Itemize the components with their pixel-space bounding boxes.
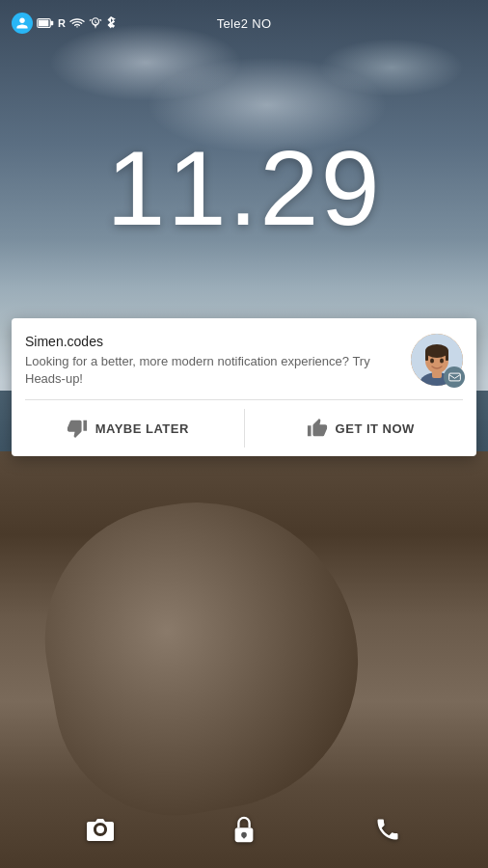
maybe-later-button[interactable]: MAYBE LATER xyxy=(12,404,244,452)
svg-point-11 xyxy=(440,359,444,364)
lock-icon xyxy=(231,815,257,844)
status-bar: R Tele2 NO xyxy=(0,0,488,46)
notification-text: Simen.codes Looking for a better, more m… xyxy=(25,334,399,388)
notification-actions: MAYBE LATER GET IT NOW xyxy=(12,400,476,456)
notification-card: Simen.codes Looking for a better, more m… xyxy=(12,318,476,456)
svg-rect-1 xyxy=(39,20,49,27)
svg-rect-9 xyxy=(446,351,448,361)
thumbs-down-icon xyxy=(67,418,88,439)
get-it-now-button[interactable]: GET IT NOW xyxy=(245,404,477,452)
bluetooth-icon xyxy=(106,16,116,30)
notification-avatar-container xyxy=(411,334,463,386)
camera-icon xyxy=(86,817,115,842)
clock-display: 11.29 xyxy=(0,135,488,241)
thumbs-up-icon xyxy=(307,418,328,439)
wifi-icon xyxy=(69,17,85,29)
data-roaming-icon: R xyxy=(58,18,66,29)
camera-button[interactable] xyxy=(76,805,124,854)
notification-app-name: Simen.codes xyxy=(25,334,399,349)
svg-point-7 xyxy=(425,344,448,358)
battery-icon xyxy=(37,17,54,29)
status-icons-left: R xyxy=(12,13,167,34)
svg-rect-2 xyxy=(50,21,53,26)
email-badge xyxy=(444,366,465,388)
notification-message: Looking for a better, more modern notifi… xyxy=(25,353,399,388)
notification-body: Simen.codes Looking for a better, more m… xyxy=(12,318,476,399)
lock-button[interactable] xyxy=(220,805,268,854)
phone-button[interactable] xyxy=(364,805,412,854)
bottom-bar xyxy=(0,791,488,868)
get-it-now-label: GET IT NOW xyxy=(336,421,415,436)
maybe-later-label: MAYBE LATER xyxy=(95,421,189,436)
alarm-icon xyxy=(89,16,102,30)
svg-rect-16 xyxy=(243,835,245,839)
svg-point-13 xyxy=(96,826,104,833)
account-icon xyxy=(12,13,33,34)
svg-rect-8 xyxy=(425,351,428,361)
svg-rect-12 xyxy=(448,373,460,381)
phone-icon xyxy=(374,816,401,843)
svg-point-10 xyxy=(430,359,434,364)
status-carrier: Tele2 NO xyxy=(167,16,322,31)
